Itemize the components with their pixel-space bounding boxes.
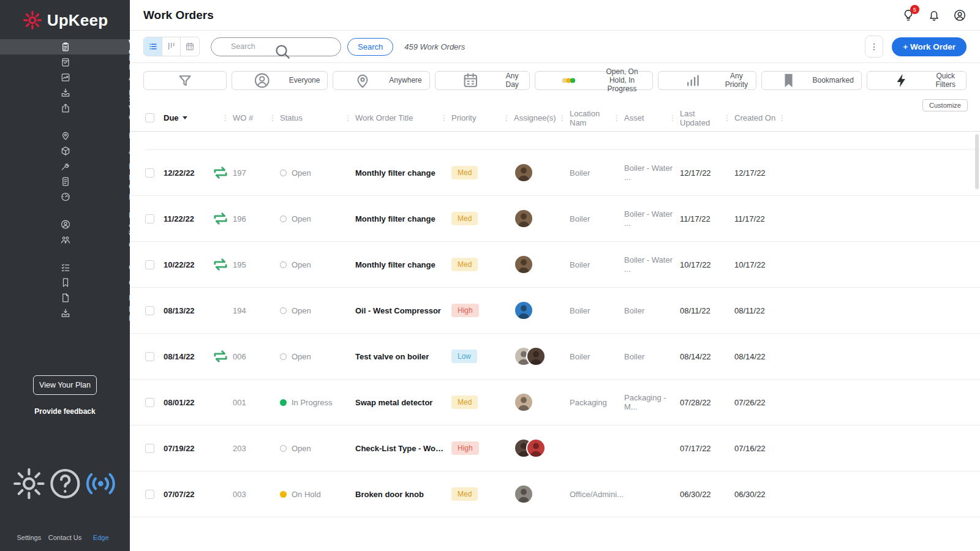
assignee-avatar[interactable] bbox=[526, 438, 546, 458]
sidebar-nav-item[interactable]: Analytics bbox=[0, 70, 130, 85]
column-label: Created On bbox=[734, 113, 775, 122]
filter-chip[interactable]: Anywhere bbox=[333, 71, 429, 90]
select-all-checkbox[interactable] bbox=[145, 113, 154, 122]
column-menu-icon[interactable]: ⋮ bbox=[559, 114, 570, 122]
sidebar-nav-item[interactable]: Parts/Inventory 1 bbox=[0, 159, 130, 174]
work-order-title-cell[interactable]: Broken door knob bbox=[355, 490, 451, 499]
work-order-row[interactable]: 11/22/22 196 Open Monthly filter change … bbox=[130, 196, 980, 242]
row-checkbox[interactable] bbox=[145, 398, 154, 407]
last-updated-cell: 07/17/22 bbox=[680, 444, 734, 453]
work-order-row[interactable]: 12/22/22 197 Open Monthly filter change … bbox=[130, 150, 980, 196]
nav-group-main: Work Orders Preventive Maintenance Analy… bbox=[0, 39, 130, 116]
sidebar-footer-item[interactable]: Edge bbox=[83, 438, 119, 541]
vertical-scrollbar[interactable] bbox=[975, 134, 979, 189]
user-profile-icon[interactable] bbox=[953, 9, 967, 22]
row-checkbox[interactable] bbox=[145, 490, 154, 499]
column-menu-icon[interactable]: ⋮ bbox=[269, 114, 280, 122]
sidebar-nav-item[interactable]: Request Portal bbox=[0, 305, 130, 321]
column-header[interactable]: Assignee(s) ⋮ bbox=[514, 105, 570, 131]
column-menu-icon[interactable]: ⋮ bbox=[222, 114, 233, 122]
sidebar-nav-item[interactable]: Categories bbox=[0, 275, 130, 290]
sidebar-nav-item[interactable]: Files bbox=[0, 290, 130, 305]
work-order-title-cell[interactable]: Swap metal detector bbox=[355, 398, 451, 407]
column-menu-icon[interactable]: ⋮ bbox=[723, 114, 734, 122]
calendar-view-button[interactable] bbox=[181, 37, 199, 56]
sidebar-nav-item[interactable]: Purchase Orders bbox=[0, 174, 130, 189]
tips-lightbulb-icon[interactable]: 5 bbox=[902, 9, 915, 22]
list-view-button[interactable] bbox=[144, 37, 162, 56]
sidebar-nav-item[interactable]: Meters bbox=[0, 189, 130, 204]
filter-chip[interactable]: Any Day bbox=[435, 71, 530, 90]
column-menu-icon[interactable]: ⋮ bbox=[778, 114, 790, 122]
column-header[interactable]: Work Order Title ⋮ bbox=[355, 105, 451, 131]
more-options-kebab-button[interactable]: ⋮ bbox=[865, 36, 883, 58]
sidebar-nav-item[interactable]: Preventive Maintenance bbox=[0, 54, 130, 70]
customize-columns-button[interactable]: Customize bbox=[922, 99, 968, 111]
work-order-title-cell[interactable]: Monthly filter change bbox=[355, 260, 451, 269]
work-order-row[interactable]: 08/01/22 001 In Progress Swap metal dete… bbox=[130, 380, 980, 425]
sidebar-nav-item[interactable]: Locations bbox=[0, 128, 130, 143]
assignee-avatar[interactable] bbox=[526, 347, 546, 366]
work-order-title-cell[interactable]: Monthly filter change bbox=[355, 214, 451, 223]
column-header[interactable]: Priority ⋮ bbox=[451, 105, 514, 131]
priority-cell: Med bbox=[451, 166, 514, 179]
work-order-row[interactable]: 07/19/22 203 Open Check-List Type - Work… bbox=[130, 425, 980, 471]
assignee-avatar[interactable] bbox=[514, 255, 533, 274]
row-checkbox[interactable] bbox=[145, 260, 154, 269]
sidebar-nav-item[interactable]: Requests 1 bbox=[0, 85, 130, 100]
row-checkbox[interactable] bbox=[145, 306, 154, 315]
provide-feedback-link[interactable]: Provide feedback bbox=[0, 407, 130, 416]
sidebar-nav-item[interactable]: Shared Work Orders bbox=[0, 100, 130, 116]
row-checkbox[interactable] bbox=[145, 214, 154, 223]
last-updated-cell: 06/30/22 bbox=[680, 490, 734, 499]
filter-chip[interactable]: Open, On Hold, In Progress bbox=[535, 71, 653, 90]
sidebar-nav-item[interactable]: Vendors & Customers bbox=[0, 232, 130, 247]
row-checkbox[interactable] bbox=[145, 168, 154, 178]
sidebar-nav-item[interactable]: Assets bbox=[0, 143, 130, 159]
work-order-title-cell[interactable]: Oil - West Compressor bbox=[355, 306, 451, 315]
row-checkbox[interactable] bbox=[145, 352, 154, 361]
column-menu-icon[interactable]: ⋮ bbox=[344, 114, 355, 122]
column-header[interactable]: Asset ⋮ bbox=[624, 105, 680, 131]
filter-chip[interactable]: Everyone bbox=[232, 71, 328, 90]
column-menu-icon[interactable]: ⋮ bbox=[613, 114, 624, 122]
row-checkbox[interactable] bbox=[145, 444, 154, 453]
work-order-title-cell[interactable]: Check-List Type - Work Or... bbox=[355, 444, 451, 453]
column-header[interactable]: Location Nam ⋮ bbox=[570, 105, 624, 131]
column-menu-icon[interactable]: ⋮ bbox=[440, 114, 451, 122]
view-your-plan-button[interactable]: View Your Plan bbox=[33, 375, 97, 395]
sidebar-footer-item[interactable]: Contact Us bbox=[47, 438, 83, 541]
filter-chip[interactable]: Bookmarked bbox=[761, 71, 861, 90]
assignee-avatar[interactable] bbox=[514, 209, 533, 228]
assignee-avatar[interactable] bbox=[514, 392, 533, 412]
kanban-view-button[interactable] bbox=[162, 37, 181, 56]
quick-filters-button[interactable]: Quick Filters bbox=[867, 71, 967, 90]
assignee-avatar[interactable] bbox=[514, 301, 533, 320]
filter-chip[interactable]: Any Priority bbox=[658, 71, 756, 90]
work-order-row[interactable]: 07/07/22 003 On Hold Broken door knob Me… bbox=[130, 471, 980, 517]
sidebar-nav-item[interactable]: Work Orders bbox=[0, 39, 130, 54]
column-menu-icon[interactable]: ⋮ bbox=[669, 114, 680, 122]
sidebar-nav-item[interactable]: People & Teams bbox=[0, 217, 130, 232]
column-menu-icon[interactable]: ⋮ bbox=[503, 114, 514, 122]
column-header[interactable]: Status ⋮ bbox=[280, 105, 355, 131]
assignee-avatar[interactable] bbox=[514, 484, 533, 504]
column-header[interactable]: Due ⋮ bbox=[164, 105, 233, 131]
work-order-row[interactable]: 08/14/22 006 Open Test valve on boiler L… bbox=[130, 334, 980, 380]
assignee-avatar[interactable] bbox=[514, 163, 533, 182]
sidebar-footer-item[interactable]: Settings bbox=[11, 438, 47, 541]
column-header[interactable]: Created On ⋮ bbox=[734, 105, 790, 131]
notifications-bell-icon[interactable] bbox=[927, 9, 941, 22]
brand-logo[interactable]: UpKeep bbox=[0, 0, 130, 39]
column-header[interactable]: WO # ⋮ bbox=[233, 105, 280, 131]
search-button[interactable]: Search bbox=[347, 38, 393, 56]
created-on-cell: 07/16/22 bbox=[734, 444, 790, 453]
work-order-title-cell[interactable]: Monthly filter change bbox=[355, 168, 451, 178]
filter-funnel-button[interactable] bbox=[143, 71, 227, 90]
new-work-order-button[interactable]: + Work Order bbox=[892, 37, 967, 56]
column-header[interactable]: Last Updated ⋮ bbox=[680, 105, 734, 131]
work-order-row[interactable]: 10/22/22 195 Open Monthly filter change … bbox=[130, 242, 980, 288]
sidebar-nav-item[interactable]: Checklists bbox=[0, 260, 130, 275]
work-order-title-cell[interactable]: Test valve on boiler bbox=[355, 352, 451, 361]
work-order-row[interactable]: 08/13/22 194 Open Oil - West Compressor … bbox=[130, 288, 980, 334]
